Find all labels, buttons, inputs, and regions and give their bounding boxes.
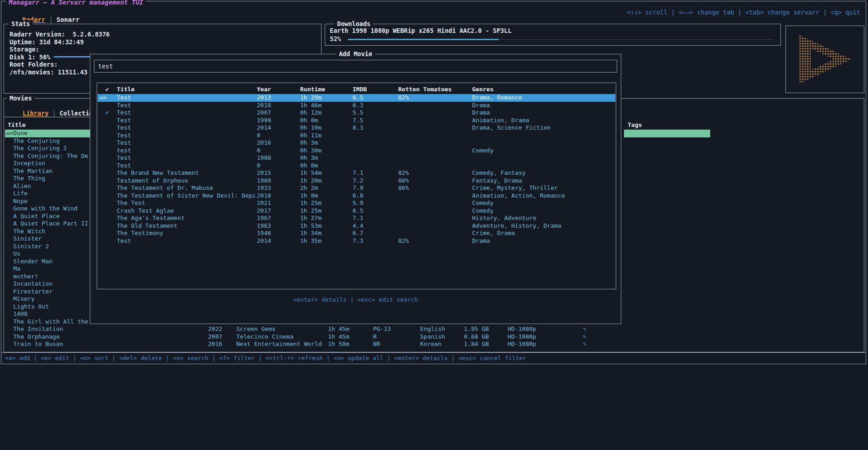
result-imdb: 5.5 (353, 109, 389, 117)
movie-certification: PG-13 (373, 325, 391, 333)
movie-title: The Girl with All the (13, 318, 89, 326)
search-result-row[interactable]: Test 1988 0h 3m (98, 154, 615, 162)
result-runtime: 1h 20m (300, 177, 346, 185)
result-imdb: 7.2 (353, 177, 389, 185)
search-result-row[interactable]: Test 2018 1h 46m 6.3 Drama (98, 102, 615, 110)
footer-keybind-hints: <a> add | <e> edit | <o> sort | <del> de… (5, 355, 526, 361)
result-genres: Drama, Romance (472, 94, 615, 102)
result-year: 2014 (257, 124, 293, 132)
movie-language: English (420, 325, 445, 333)
movie-search-box (94, 60, 617, 73)
search-result-row[interactable]: The Old Testament 1963 1h 53m 4.4 Advent… (98, 222, 615, 230)
movie-tags-cell (624, 220, 710, 228)
movie-title: The Martian (13, 167, 89, 175)
result-title: Test (117, 237, 255, 245)
result-title: Test (117, 124, 255, 132)
movie-title: The Thing (13, 175, 89, 183)
search-result-row[interactable]: ✔ Test 2007 0h 12m 5.5 Drama (98, 109, 615, 117)
result-year: 2007 (257, 109, 293, 117)
result-title: The Testament of Sister New Devil: Depar (117, 192, 255, 200)
disk-usage-label: Disk 1: 56% (10, 53, 50, 61)
monitored-icon: ✎ (583, 325, 587, 333)
movies-panel-title: Movies (7, 94, 35, 102)
movie-size: 1.84 GB (464, 340, 489, 348)
tab-sonarr[interactable]: Sonarr (57, 16, 80, 23)
movie-tags-cell (624, 198, 710, 205)
movie-row-columns: 2016 Next Entertainment World 1h 58m NR … (4, 340, 864, 348)
result-title: Test (117, 94, 255, 102)
result-year: 2021 (257, 199, 293, 207)
added-check-icon: ✔ (105, 109, 115, 117)
monitored-icon: ✎ (583, 340, 587, 348)
movie-tags-cell (624, 303, 710, 311)
search-result-row[interactable]: Test 2014 0h 10m 8.3 Drama, Science Fict… (98, 124, 615, 132)
search-result-row[interactable]: => Test 2013 1h 29m 6.5 82% Drama, Roman… (98, 94, 615, 102)
result-title: test (117, 147, 255, 155)
result-title: The Aga's Testament (117, 215, 255, 222)
movie-title: A Quiet Place Part II (13, 220, 89, 228)
result-runtime: 0h 12m (300, 109, 346, 117)
selection-arrow: => (99, 94, 110, 102)
result-genres: Drama (472, 109, 615, 117)
result-title: Test (117, 117, 255, 125)
result-genres: Drama, Science Fiction (472, 124, 615, 132)
result-year: 1963 (257, 222, 293, 230)
movie-tags-cell (624, 250, 710, 258)
result-imdb: 4.4 (353, 222, 389, 230)
result-title: Test (117, 139, 255, 147)
result-runtime: 1h 29m (300, 94, 346, 102)
movie-title: Inception (13, 160, 89, 167)
result-title: The Testimony (117, 230, 255, 237)
result-genres: Adventure, History, Drama (472, 222, 615, 230)
selection-arrow: => (6, 130, 13, 137)
search-result-row[interactable]: Test 0 0h 0m (98, 162, 615, 170)
movie-year: 2007 (208, 333, 222, 341)
result-runtime: 0h 30m (300, 147, 346, 155)
search-result-row[interactable]: Crash Test Aglae 2017 1h 25m 6.5 Comedy (98, 207, 615, 215)
search-result-row[interactable]: Testament of Orpheus 1960 1h 20m 7.2 88%… (98, 177, 615, 185)
movie-quality-profile: HD-1080p (508, 340, 536, 348)
search-result-row[interactable]: Test 0 0h 11m (98, 132, 615, 140)
search-result-row[interactable]: The Test 2021 1h 25m 5.9 Comedy (98, 199, 615, 207)
top-keybind-hints: <↑↓> scroll | <←→> change tab | <tab> ch… (627, 9, 860, 16)
radarr-logo-icon (786, 26, 864, 93)
search-result-row[interactable]: The Testament of Sister New Devil: Depar… (98, 192, 615, 200)
movie-title: Firestarter (13, 288, 89, 296)
result-year: 1988 (257, 154, 293, 162)
result-runtime: 2h 2m (300, 184, 346, 192)
result-rotten-tomatoes: 88% (398, 177, 467, 185)
movie-tags-cell (624, 243, 710, 251)
result-year: 1960 (257, 177, 293, 185)
movie-tags-cell (624, 265, 710, 273)
result-year: 0 (257, 162, 293, 170)
movie-title: The Witch (13, 228, 89, 235)
result-rotten-tomatoes: 82% (398, 94, 467, 102)
download-progress-rest (499, 39, 774, 40)
search-result-row[interactable]: Test 2014 1h 35m 7.3 82% Drama (98, 237, 615, 245)
movie-runtime: 1h 58m (328, 340, 349, 348)
movie-studio: Screen Gems (236, 325, 275, 333)
search-result-row[interactable]: The Brand New Testament 2015 1h 54m 7.1 … (98, 169, 615, 177)
download-progress-bar (348, 39, 774, 41)
movie-search-input[interactable] (94, 60, 617, 72)
movie-title: Ma (13, 265, 89, 273)
movie-tags-cell (624, 183, 710, 190)
download-progress-fill (348, 39, 499, 40)
results-rows: => Test 2013 1h 29m 6.5 82% Drama, Roman… (98, 94, 615, 245)
downloads-panel: Downloads Earth 1998 1080p WEBRip x265 H… (325, 24, 781, 46)
search-result-row[interactable]: test 0 0h 30m Comedy (98, 147, 615, 155)
result-year: 2016 (257, 139, 293, 147)
search-result-row[interactable]: The Testimony 1946 1h 34m 6.7 Crime, Dra… (98, 230, 615, 237)
add-movie-popup-title: Add Movie (336, 50, 375, 58)
result-imdb: 6.5 (353, 207, 389, 215)
movie-tags-cell (624, 137, 710, 145)
search-result-row[interactable]: The Testament of Dr. Mabuse 1933 2h 2m 7… (98, 184, 615, 192)
search-result-row[interactable]: Test 2016 0h 3m (98, 139, 615, 147)
downloads-panel-title: Downloads (334, 20, 373, 27)
result-imdb: 7.5 (353, 117, 389, 125)
tab-library[interactable]: Library (23, 110, 49, 117)
search-result-row[interactable]: The Aga's Testament 1967 1h 27m 7.1 Hist… (98, 215, 615, 222)
search-result-row[interactable]: Test 1999 0h 0m 7.5 Animation, Drama (98, 117, 615, 125)
result-genres: History, Adventure (472, 215, 615, 222)
movie-title: Alien (13, 183, 89, 190)
